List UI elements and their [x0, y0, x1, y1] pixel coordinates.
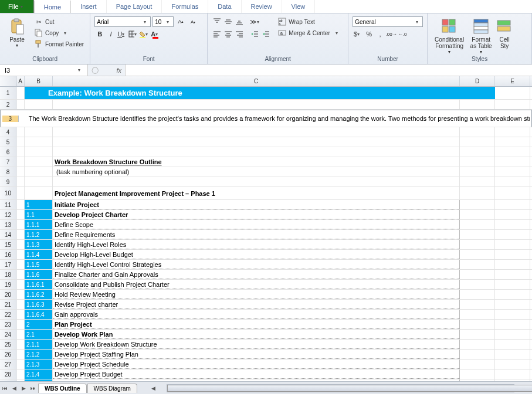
- cell[interactable]: [16, 230, 25, 239]
- cell[interactable]: [460, 360, 495, 369]
- wbs-task[interactable]: Consolidate and Publish Project Charter: [53, 280, 460, 289]
- wbs-task[interactable]: Develop High-Level Budget: [53, 250, 460, 259]
- cell[interactable]: [460, 290, 495, 299]
- wbs-number[interactable]: 1.1.6.1: [25, 280, 53, 289]
- comma-button[interactable]: ,: [375, 29, 385, 39]
- tab-home[interactable]: Home: [34, 0, 71, 13]
- underline-button[interactable]: U▾: [117, 29, 127, 39]
- cell[interactable]: [495, 350, 530, 359]
- tab-formulas[interactable]: Formulas: [162, 0, 208, 13]
- cell[interactable]: [495, 290, 530, 299]
- orientation-button[interactable]: ≫▾: [249, 16, 260, 27]
- font-size-select[interactable]: 10▾: [153, 16, 174, 27]
- row-header[interactable]: 26: [0, 350, 16, 359]
- cell[interactable]: [25, 100, 53, 109]
- grow-font-button[interactable]: A▴: [175, 16, 186, 27]
- row-header[interactable]: 22: [0, 310, 16, 319]
- row-header[interactable]: 10: [0, 187, 16, 199]
- cell[interactable]: [495, 230, 530, 239]
- cell[interactable]: [495, 187, 530, 199]
- cell[interactable]: [495, 340, 530, 349]
- cell[interactable]: [460, 157, 495, 167]
- decrease-indent-button[interactable]: [249, 29, 260, 39]
- cell[interactable]: [16, 290, 25, 299]
- cell[interactable]: [495, 177, 530, 187]
- cell[interactable]: [460, 187, 495, 199]
- cell[interactable]: [16, 157, 25, 167]
- cell[interactable]: [16, 147, 25, 157]
- cell[interactable]: [495, 310, 530, 319]
- cell[interactable]: [16, 210, 25, 219]
- cell[interactable]: [16, 220, 25, 229]
- wbs-number[interactable]: 1.1.2: [25, 230, 53, 239]
- cell[interactable]: [16, 250, 25, 259]
- cell[interactable]: [495, 137, 530, 147]
- cell[interactable]: [53, 137, 460, 147]
- cell[interactable]: [460, 330, 495, 339]
- wbs-number[interactable]: 1.1.5: [25, 260, 53, 269]
- cell[interactable]: [460, 137, 495, 147]
- cell[interactable]: [25, 187, 53, 199]
- wbs-task[interactable]: Identify High-Level Roles: [53, 240, 460, 249]
- wbs-number[interactable]: 1.1.6.4: [25, 310, 53, 319]
- horizontal-scrollbar[interactable]: ◀ ▶: [149, 384, 532, 393]
- wbs-number[interactable]: 1.1.1: [25, 220, 53, 229]
- row-header[interactable]: 24: [0, 330, 16, 339]
- cell[interactable]: [460, 177, 495, 187]
- wbs-number[interactable]: 1.1.6.2: [25, 290, 53, 299]
- cell[interactable]: [495, 100, 530, 109]
- currency-button[interactable]: $▾: [353, 29, 363, 39]
- cell[interactable]: [495, 260, 530, 269]
- cell[interactable]: [16, 187, 25, 199]
- cell[interactable]: [460, 260, 495, 269]
- font-color-button[interactable]: A▾: [150, 29, 161, 39]
- conditional-formatting-button[interactable]: ConditionalFormatting▾: [432, 15, 467, 55]
- wbs-task[interactable]: Identify High-Level Control Strategies: [53, 260, 460, 269]
- cell[interactable]: [460, 350, 495, 359]
- col-header-b[interactable]: B: [25, 76, 53, 86]
- row-header[interactable]: 5: [0, 137, 16, 147]
- sheet-nav-prev[interactable]: ◀: [9, 384, 19, 393]
- wbs-task[interactable]: Develop Work Breakdown Structure: [53, 340, 460, 349]
- cell[interactable]: [495, 250, 530, 259]
- cell[interactable]: [495, 210, 530, 219]
- wbs-number[interactable]: 2.1.2: [25, 350, 53, 359]
- cell[interactable]: [16, 310, 25, 319]
- number-format-select[interactable]: General▾: [353, 16, 423, 27]
- cell[interactable]: [25, 137, 53, 147]
- cell[interactable]: [16, 320, 25, 329]
- row-header[interactable]: 21: [0, 300, 16, 309]
- cell[interactable]: [16, 87, 25, 99]
- sheet-nav-first[interactable]: ⏮: [0, 384, 9, 393]
- wbs-task[interactable]: Develop Project Schedule: [53, 360, 460, 369]
- cell[interactable]: [16, 350, 25, 359]
- cell[interactable]: [495, 270, 530, 279]
- wbs-number[interactable]: 1.1.4: [25, 250, 53, 259]
- cell[interactable]: [16, 340, 25, 349]
- cell[interactable]: [16, 330, 25, 339]
- cell[interactable]: [53, 147, 460, 157]
- cell[interactable]: [16, 100, 25, 109]
- cell[interactable]: [495, 200, 530, 209]
- row-header[interactable]: 8: [0, 167, 16, 177]
- cell[interactable]: [495, 379, 530, 381]
- title-cell[interactable]: Example: Work Breakdown Structure: [25, 87, 495, 99]
- cell[interactable]: [495, 220, 530, 229]
- increase-decimal-button[interactable]: .00→: [386, 29, 397, 39]
- align-right-button[interactable]: [234, 29, 245, 39]
- wbs-task[interactable]: Gain approvals: [53, 310, 460, 319]
- cell[interactable]: [460, 147, 495, 157]
- section-subheading[interactable]: (task numbering optional): [53, 167, 460, 177]
- row-header[interactable]: 2: [0, 100, 16, 109]
- format-painter-button[interactable]: Format Painter: [32, 39, 86, 49]
- cell[interactable]: [495, 147, 530, 157]
- cell[interactable]: [16, 300, 25, 309]
- fx-label[interactable]: fx: [102, 65, 126, 76]
- row-header[interactable]: 28: [0, 370, 16, 379]
- wbs-task[interactable]: Develop Project Staffing Plan: [53, 350, 460, 359]
- cell[interactable]: [460, 210, 495, 219]
- row-header[interactable]: 16: [0, 250, 16, 259]
- cell[interactable]: [495, 330, 530, 339]
- col-header-e[interactable]: E: [495, 76, 530, 86]
- row-header[interactable]: 12: [0, 210, 16, 219]
